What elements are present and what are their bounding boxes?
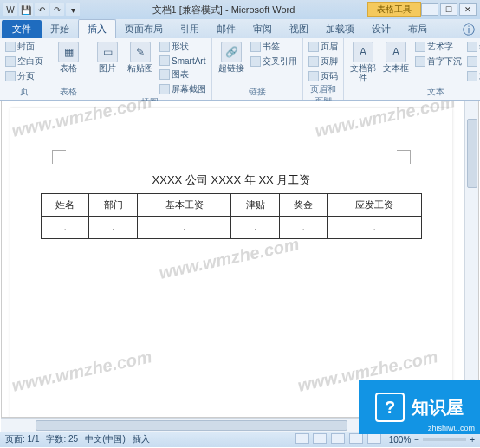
zoom-in-icon[interactable]: + <box>470 435 475 445</box>
table-header-row[interactable]: 姓名 部门 基本工资 津贴 奖金 应发工资 <box>42 194 422 217</box>
tab-pagelayout[interactable]: 页面布局 <box>116 20 172 38</box>
pagenum-button[interactable]: 页码 <box>307 69 340 83</box>
screenshot-button[interactable]: 屏幕截图 <box>158 82 208 96</box>
dropcap-button[interactable]: 首字下沉 <box>413 55 464 68</box>
header-icon <box>308 42 319 52</box>
tab-view[interactable]: 视图 <box>281 20 317 38</box>
group-illustrations: ▭图片 ✎粘贴图 形状 SmartArt 图表 屏幕截图 插图 <box>88 38 212 100</box>
group-tables: ▦表格 表格 <box>49 38 88 100</box>
dropcap-icon <box>415 56 425 67</box>
tab-references[interactable]: 引用 <box>172 20 208 38</box>
zoom-out-icon[interactable]: − <box>414 435 419 445</box>
signature-button[interactable]: 签名行 <box>465 40 480 54</box>
overlay-brand-sub: zhishiwu.com <box>428 424 475 432</box>
document-area[interactable]: XXXX 公司 XXXX 年 XX 月工资 姓名 部门 基本工资 津贴 奖金 应… <box>1 101 479 418</box>
group-pages: 封面 空白页 分页 页 <box>0 38 49 100</box>
view-outline-icon[interactable] <box>349 433 363 444</box>
th-total[interactable]: 应发工资 <box>328 194 422 217</box>
margin-corner-tr <box>397 150 411 164</box>
close-button[interactable]: ✕ <box>459 3 477 16</box>
group-text: A文档部件 A文本框 艺术字 首字下沉 签名行 日期和时间 对象 文本 <box>344 38 480 100</box>
status-words[interactable]: 字数: 25 <box>46 433 78 445</box>
blank-icon <box>5 56 16 67</box>
page-break-button[interactable]: 分页 <box>3 69 45 83</box>
undo-icon[interactable]: ↶ <box>35 3 49 16</box>
blank-page-button[interactable]: 空白页 <box>3 55 45 68</box>
wordart-button[interactable]: 艺术字 <box>413 40 464 54</box>
tab-file[interactable]: 文件 <box>2 20 42 38</box>
textbox-button[interactable]: A文本框 <box>380 40 412 73</box>
header-button[interactable]: 页眉 <box>307 40 340 54</box>
shapes-icon <box>159 42 170 52</box>
view-web-icon[interactable] <box>331 433 345 444</box>
zoom-value[interactable]: 100% <box>389 435 412 445</box>
footer-icon <box>308 56 319 67</box>
tab-layout[interactable]: 布局 <box>399 20 436 38</box>
group-label-links: 链接 <box>216 86 299 100</box>
link-icon: 🔗 <box>221 42 242 62</box>
picture-button[interactable]: ▭图片 <box>92 40 123 73</box>
th-dept[interactable]: 部门 <box>89 194 137 217</box>
redo-icon[interactable]: ↷ <box>50 3 64 16</box>
context-tab-tabletools[interactable]: 表格工具 <box>367 2 421 17</box>
textbox-icon: A <box>386 42 406 62</box>
qat-more-icon[interactable]: ▾ <box>66 3 80 16</box>
help-icon[interactable]: ⓘ <box>457 23 480 38</box>
status-mode[interactable]: 插入 <box>133 433 150 445</box>
view-read-icon[interactable] <box>313 433 327 444</box>
title-bar: W 💾 ↶ ↷ ▾ 文档1 [兼容模式] - Microsoft Word 表格… <box>0 0 480 19</box>
maximize-button[interactable]: ☐ <box>440 3 457 16</box>
smartart-icon <box>159 55 170 66</box>
margin-corner-tl <box>52 150 66 164</box>
bookmark-button[interactable]: 书签 <box>249 40 299 54</box>
smartart-button[interactable]: SmartArt <box>158 55 208 67</box>
document-page[interactable]: XXXX 公司 XXXX 年 XX 月工资 姓名 部门 基本工资 津贴 奖金 应… <box>10 108 452 418</box>
chart-button[interactable]: 图表 <box>158 68 208 81</box>
break-icon <box>5 71 16 81</box>
tab-mailings[interactable]: 邮件 <box>208 20 244 38</box>
chart-icon <box>159 69 170 80</box>
quickparts-button[interactable]: A文档部件 <box>347 40 379 82</box>
cover-page-button[interactable]: 封面 <box>3 40 45 54</box>
salary-table[interactable]: 姓名 部门 基本工资 津贴 奖金 应发工资 <box>41 193 422 239</box>
scroll-thumb-v[interactable] <box>467 119 477 188</box>
shapes-button[interactable]: 形状 <box>158 40 208 54</box>
view-print-icon[interactable] <box>295 433 309 444</box>
cover-icon <box>5 42 16 52</box>
tab-addins[interactable]: 加载项 <box>317 20 363 38</box>
doc-heading[interactable]: XXXX 公司 XXXX 年 XX 月工资 <box>10 172 452 188</box>
status-language[interactable]: 中文(中国) <box>85 433 126 445</box>
quick-access-toolbar: W 💾 ↶ ↷ ▾ <box>3 3 80 16</box>
clipart-button[interactable]: ✎粘贴图 <box>125 40 156 73</box>
footer-button[interactable]: 页脚 <box>307 55 340 68</box>
view-draft-icon[interactable] <box>367 433 381 444</box>
hyperlink-button[interactable]: 🔗超链接 <box>216 40 247 73</box>
zoom-control[interactable]: 100% − + <box>389 435 475 445</box>
group-label-text: 文本 <box>347 86 480 100</box>
scroll-thumb-h[interactable] <box>36 420 347 431</box>
object-button[interactable]: 对象 <box>465 69 480 83</box>
tab-insert[interactable]: 插入 <box>78 19 116 38</box>
tab-design[interactable]: 设计 <box>363 20 399 38</box>
status-page[interactable]: 页面: 1/1 <box>5 433 39 445</box>
table-row[interactable] <box>42 217 422 239</box>
save-icon[interactable]: 💾 <box>19 3 33 16</box>
tab-review[interactable]: 审阅 <box>244 20 281 38</box>
bookmark-icon <box>250 42 261 52</box>
table-icon: ▦ <box>58 42 79 62</box>
ribbon-tabs: 文件 开始 插入 页面布局 引用 邮件 审阅 视图 加载项 设计 布局 ⓘ <box>0 19 480 38</box>
scrollbar-vertical[interactable] <box>464 101 478 417</box>
group-headerfooter: 页眉 页脚 页码 页眉和页脚 <box>303 38 344 100</box>
th-allow[interactable]: 津贴 <box>231 194 279 217</box>
th-name[interactable]: 姓名 <box>42 194 89 217</box>
zoom-slider[interactable] <box>423 438 466 441</box>
table-button[interactable]: ▦表格 <box>53 40 84 73</box>
tab-home[interactable]: 开始 <box>42 20 78 38</box>
window-controls: ─ ☐ ✕ <box>421 3 477 16</box>
datetime-button[interactable]: 日期和时间 <box>465 55 480 68</box>
minimize-button[interactable]: ─ <box>421 3 438 16</box>
th-base[interactable]: 基本工资 <box>137 194 231 217</box>
crossref-button[interactable]: 交叉引用 <box>249 55 299 68</box>
object-icon <box>467 71 477 81</box>
th-bonus[interactable]: 奖金 <box>279 194 327 217</box>
